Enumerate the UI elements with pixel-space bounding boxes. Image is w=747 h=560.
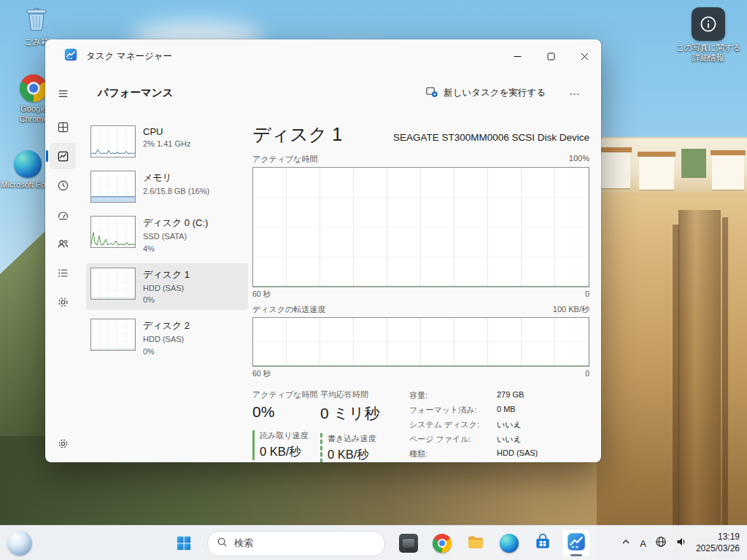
chart-baseline	[253, 286, 589, 287]
sidebar-item-users[interactable]	[50, 230, 76, 257]
chrome-icon	[433, 534, 452, 553]
run-new-task-icon	[425, 85, 438, 100]
run-new-task-label: 新しいタスクを実行する	[444, 87, 546, 99]
sidebar-item-details[interactable]	[50, 260, 76, 286]
hamburger-menu-icon[interactable]	[50, 80, 76, 106]
settings-gear-icon[interactable]	[50, 430, 76, 456]
photo-info-icon	[692, 7, 725, 41]
disk-stats: アクティブな時間 0% 読み取り速度 0 KB/秒 平均応答時間 0 ミリ秒 書…	[252, 389, 589, 462]
clock-time: 13:19	[696, 532, 740, 543]
performance-list: CPU 2% 1.41 GHz メモリ 2.6/15.8 GB (16%)	[86, 121, 248, 366]
network-globe-icon[interactable]	[655, 536, 667, 551]
perf-item-disk0[interactable]: ディスク 0 (C:) SSD (SATA) 4%	[86, 211, 248, 259]
perf-item-memory[interactable]: メモリ 2.6/15.8 GB (16%)	[86, 166, 248, 207]
cpu-mini-chart	[90, 125, 136, 158]
navigation-rail	[45, 73, 80, 462]
wallpaper-cliff	[597, 137, 747, 560]
chart-x-left: 60 秒	[252, 289, 271, 300]
transfer-chart-max: 100 KB/秒	[553, 304, 589, 315]
chart-x-right: 0	[585, 369, 589, 379]
sidebar-item-services[interactable]	[50, 289, 76, 315]
minimize-button[interactable]	[500, 39, 534, 73]
perf-item-disk2[interactable]: ディスク 2 HDD (SAS) 0%	[86, 314, 248, 362]
property-label: 容量:	[409, 390, 491, 401]
avg-response-value: 0 ミリ秒	[320, 403, 409, 424]
device-name: SEAGATE ST300MM0006 SCSI Disk Device	[393, 132, 589, 147]
perf-item-title: ディスク 2	[143, 319, 190, 332]
active-time-chart-label: アクティブな時間	[252, 154, 318, 165]
write-speed-block: 書き込み速度 0 KB/秒	[320, 433, 409, 462]
perf-item-title: ディスク 0 (C:)	[143, 217, 208, 230]
perf-item-title: CPU	[143, 126, 190, 137]
page-title: パフォーマンス	[98, 86, 174, 100]
perf-item-cpu[interactable]: CPU 2% 1.41 GHz	[86, 121, 248, 162]
transfer-chart-label: ディスクの転送速度	[252, 304, 325, 315]
perf-item-sub2: 4%	[143, 244, 208, 254]
sidebar-item-processes[interactable]	[50, 114, 76, 140]
perf-item-disk1[interactable]: ディスク 1 HDD (SAS) 0%	[86, 263, 248, 311]
chart-x-right: 0	[585, 289, 589, 300]
active-time-chart	[252, 167, 589, 287]
avg-response-label: 平均応答時間	[320, 389, 409, 400]
taskbar-item-chrome[interactable]	[427, 529, 457, 558]
write-speed-label: 書き込み速度	[328, 433, 409, 444]
close-button[interactable]	[568, 39, 601, 73]
read-speed-label: 読み取り速度	[260, 430, 320, 441]
taskbar: 検索	[0, 525, 747, 560]
perf-item-sub: 2.6/15.8 GB (16%)	[143, 187, 209, 197]
sidebar-item-performance[interactable]	[50, 143, 76, 169]
edge-icon	[14, 150, 42, 178]
clock[interactable]: 13:19 2025/03/26	[696, 532, 740, 554]
chart-baseline	[253, 365, 589, 367]
transfer-rate-chart	[252, 317, 589, 367]
file-explorer-icon	[466, 532, 485, 554]
perf-item-sub: SSD (SATA)	[143, 232, 208, 242]
memory-mini-chart	[90, 171, 136, 203]
task-manager-icon	[567, 532, 586, 554]
tray-chevron-up-icon[interactable]	[621, 537, 631, 550]
more-options-button[interactable]: …	[560, 83, 589, 103]
active-time-value: 0%	[252, 403, 320, 421]
read-speed-block: 読み取り速度 0 KB/秒	[252, 430, 320, 460]
perf-item-sub2: 0%	[143, 347, 190, 357]
taskbar-item-task-manager[interactable]	[562, 529, 591, 558]
perf-item-sub: HDD (SAS)	[143, 335, 190, 345]
perf-item-sub2: 0%	[143, 295, 190, 306]
sidebar-item-startup-apps[interactable]	[50, 201, 76, 228]
volume-icon[interactable]	[676, 536, 687, 551]
property-label: システム ディスク:	[409, 419, 491, 430]
sidebar-item-app-history[interactable]	[50, 172, 76, 198]
active-time-label: アクティブな時間	[252, 389, 320, 400]
disk2-mini-chart	[90, 319, 136, 351]
store-icon	[533, 532, 552, 554]
window-title: タスク マネージャー	[86, 50, 172, 63]
run-new-task-button[interactable]: 新しいタスクを実行する	[418, 81, 553, 104]
taskbar-item-file-explorer[interactable]	[461, 529, 490, 558]
property-label: フォーマット済み:	[409, 405, 491, 416]
edge-icon	[500, 534, 519, 553]
taskbar-item-dark-app[interactable]	[394, 529, 423, 558]
titlebar[interactable]: タスク マネージャー	[45, 39, 601, 73]
recycle-bin-icon	[23, 4, 50, 35]
dark-app-icon	[399, 534, 418, 553]
perf-item-title: メモリ	[143, 171, 209, 184]
taskbar-item-edge[interactable]	[495, 529, 524, 558]
search-placeholder: 検索	[234, 537, 253, 550]
search-input[interactable]: 検索	[207, 531, 385, 556]
property-value: HDD (SAS)	[497, 448, 538, 459]
desktop-icon-photo-info[interactable]: この写真に関する詳細情報	[674, 7, 743, 63]
disk-properties: 容量: 279 GB フォーマット済み: 0 MB システム ディスク: いいえ…	[409, 389, 538, 462]
wallpaper-bridge-shadow	[722, 217, 728, 560]
widgets-icon[interactable]	[7, 531, 32, 556]
start-button[interactable]	[169, 529, 198, 558]
taskbar-item-store[interactable]	[528, 529, 557, 558]
property-value: いいえ	[497, 434, 538, 445]
write-speed-value: 0 KB/秒	[328, 447, 409, 462]
property-value: 279 GB	[497, 390, 538, 401]
ime-indicator[interactable]: A	[640, 538, 646, 549]
task-manager-window: タスク マネージャー	[45, 39, 601, 462]
chrome-icon	[20, 74, 47, 102]
maximize-button[interactable]	[534, 39, 568, 73]
clock-date: 2025/03/26	[696, 543, 740, 555]
wallpaper-bridge-pillar	[678, 210, 721, 560]
